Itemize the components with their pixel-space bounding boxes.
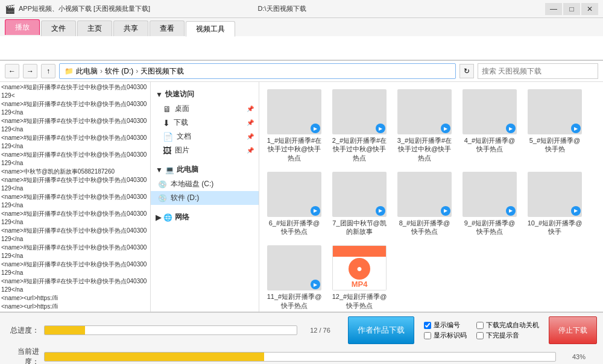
sidebar-quick-access-header[interactable]: ▼ 快速访问: [151, 87, 259, 102]
current-progress-fill: [45, 353, 264, 361]
title-bar-path: D:\天图视频下载: [258, 4, 494, 13]
grid-item[interactable]: ▶ 9_#短剧开播季@快手热点: [459, 169, 520, 239]
sidebar-network-header[interactable]: ▶ 🌐 网络: [151, 210, 259, 225]
pictures-icon: 🖼: [163, 146, 171, 155]
play-badge: ▶: [441, 124, 450, 133]
grid-item[interactable]: ▶ 6_#短剧开播季@快手热点: [264, 169, 324, 239]
play-badge: ▶: [506, 124, 516, 133]
auto-shutdown-checkbox[interactable]: [476, 322, 484, 329]
grid-items: ▶ 1_#短剧开播季#在快手过中秋@快手热点 ▶ 2_#短剧开播季#在快手过中秋…: [264, 87, 598, 312]
sidebar-this-pc-header[interactable]: ▼ 💻 此电脑: [151, 162, 259, 177]
up-button[interactable]: ↑: [41, 64, 55, 78]
grid-item-label: 4_#短剧开播季@快手热点: [462, 136, 517, 154]
show-number-label: 显示编号: [434, 321, 460, 330]
total-progress-bar: [44, 325, 297, 335]
breadcrumb-pc[interactable]: 此电脑: [76, 66, 98, 77]
stop-download-button[interactable]: 停止下载: [549, 316, 597, 344]
tab-video-tools[interactable]: 视频工具: [186, 21, 235, 37]
downloads-icon: ⬇: [163, 118, 170, 128]
title-bar-title: APP短视频、小视频下载 [天图视频批量下载]: [19, 4, 254, 13]
minimize-button[interactable]: —: [545, 3, 562, 15]
refresh-button[interactable]: ↻: [459, 64, 474, 78]
author-download-button[interactable]: 作者作品下载: [348, 316, 414, 344]
left-panel-line: <name>#短剧开播季#在快手过中秋@快手热点040300129</na: [1, 134, 149, 151]
sidebar-item-pictures[interactable]: 🖼 图片 📌: [151, 143, 259, 157]
total-progress-text: 12 / 76: [302, 327, 338, 334]
total-progress-row: 总进度： 12 / 76 作者作品下载 显示编号 显示标识码 下载完成自: [6, 316, 597, 344]
grid-item-label: 2_#短剧开播季#在快手过中秋@快手热点: [332, 136, 387, 162]
show-mark-label: 显示标识码: [434, 331, 467, 340]
breadcrumb-drive[interactable]: 软件 (D:): [105, 66, 133, 77]
tab-home[interactable]: 主页: [77, 20, 112, 36]
tab-play[interactable]: 播放: [5, 19, 40, 35]
maximize-button[interactable]: □: [563, 3, 580, 15]
grid-item[interactable]: ▶ 4_#短剧开播季@快手热点: [459, 87, 520, 165]
sidebar-item-documents[interactable]: 📄 文档 📌: [151, 130, 259, 143]
grid-item[interactable]: ▶ 8_#短剧开播季@快手热点: [394, 169, 455, 239]
left-panel-line: <name>#短剧开播季#在快手过中秋@快手热点040300129</na: [1, 243, 149, 260]
ribbon-content: [0, 36, 603, 60]
grid-item[interactable]: ▶ 11_#短剧开播季@快手热点: [264, 243, 324, 312]
tab-share[interactable]: 共享: [113, 20, 148, 36]
play-badge: ▶: [571, 206, 581, 216]
video-thumb: ▶: [528, 172, 582, 217]
left-panel-line: <name><url>https://li: [1, 303, 149, 311]
software-disk-icon: 💿: [158, 194, 167, 202]
bottom-panel: 总进度： 12 / 76 作者作品下载 显示编号 显示标识码 下载完成自: [0, 312, 603, 364]
sound-checkbox-row[interactable]: 下完提示音: [476, 331, 539, 340]
sound-checkbox[interactable]: [476, 332, 484, 339]
sidebar-item-downloads[interactable]: ⬇ 下载 📌: [151, 116, 259, 130]
show-number-checkbox-row[interactable]: 显示编号: [424, 321, 467, 330]
video-thumb: ▶: [332, 172, 387, 217]
auto-shutdown-label: 下载完成自动关机: [486, 321, 539, 330]
left-panel-line: <name>#短剧开播季#在快手过中秋@快手热点040300129</na: [1, 100, 149, 117]
grid-item[interactable]: ▶ 10_#短剧开播季@快手: [525, 169, 585, 239]
play-badge: ▶: [376, 206, 385, 216]
grid-item[interactable]: ▶ 2_#短剧开播季#在快手过中秋@快手热点: [329, 87, 390, 165]
address-bar: ← → ↑ 📁 此电脑 › 软件 (D:) › 天图视频下载 ↻: [0, 61, 603, 82]
left-panel-line: <name>#短剧开播季#在快手过中秋@快手热点040300129</na: [1, 117, 149, 134]
tab-view[interactable]: 查看: [150, 20, 185, 36]
play-badge: ▶: [311, 280, 320, 289]
file-grid: ▶ 1_#短剧开播季#在快手过中秋@快手热点 ▶ 2_#短剧开播季#在快手过中秋…: [259, 82, 603, 312]
current-progress-text: 43%: [561, 353, 597, 360]
grid-item[interactable]: ▶ 5_#短剧开播季@快手热: [525, 87, 585, 165]
grid-item-label: 1_#短剧开播季#在快手过中秋@快手热点: [267, 136, 322, 162]
breadcrumb-folder[interactable]: 天图视频下载: [140, 66, 184, 77]
sidebar-network-section: ▶ 🌐 网络: [151, 210, 259, 225]
video-thumb: ▶: [463, 89, 517, 134]
grid-item-label: 9_#短剧开播季@快手热点: [462, 219, 517, 236]
play-badge: ▶: [571, 124, 581, 133]
auto-shutdown-checkbox-row[interactable]: 下载完成自动关机: [476, 321, 539, 330]
grid-item[interactable]: ● MP4 12_#短剧开播季@快手热点: [329, 243, 390, 312]
breadcrumb: 📁 此电脑 › 软件 (D:) › 天图视频下载: [59, 63, 456, 79]
grid-item[interactable]: ▶ 3_#短剧开播季#在快手过中秋@快手热点: [394, 87, 455, 165]
sidebar-software-disk[interactable]: 💿 软件 (D:): [151, 191, 259, 205]
tab-file[interactable]: 文件: [41, 20, 76, 36]
window-controls: — □ ✕: [545, 3, 598, 15]
grid-item[interactable]: ▶ 1_#短剧开播季#在快手过中秋@快手热点: [264, 87, 324, 165]
local-disk-icon: 💿: [158, 180, 167, 189]
grid-item-label: 8_#短剧开播季@快手热点: [397, 219, 452, 236]
show-number-checkbox[interactable]: [424, 322, 431, 329]
sidebar-local-disk[interactable]: 💿 本地磁盘 (C:): [151, 177, 259, 191]
documents-icon: 📄: [163, 132, 173, 142]
grid-item-label: 12_#短剧开播季@快手热点: [332, 292, 387, 310]
video-thumb: ▶: [267, 89, 321, 134]
grid-item-label: 6_#短剧开播季@快手热点: [267, 219, 322, 236]
left-text-panel: <name>#短剧开播季#在快手过中秋@快手热点040300129<<name>…: [0, 82, 151, 312]
show-mark-checkbox[interactable]: [424, 332, 431, 339]
close-button[interactable]: ✕: [581, 3, 598, 15]
search-input[interactable]: [478, 63, 598, 79]
main-layout: <name>#短剧开播季#在快手过中秋@快手热点040300129<<name>…: [0, 82, 603, 312]
video-thumb: ▶: [397, 89, 452, 134]
forward-button[interactable]: →: [23, 64, 37, 78]
sidebar-item-desktop[interactable]: 🖥 桌面 📌: [151, 102, 259, 116]
left-panel-line: <name><url>https://li: [1, 294, 149, 303]
left-panel-line: <name>#短剧开播季#在快手过中秋@快手热点040300129</na: [1, 227, 149, 243]
sidebar-quick-access-section: ▼ 快速访问 🖥 桌面 📌 ⬇ 下载 📌 📄 文档 📌: [151, 87, 259, 157]
back-button[interactable]: ←: [5, 64, 19, 78]
show-mark-checkbox-row[interactable]: 显示标识码: [424, 331, 467, 340]
grid-item[interactable]: ▶ 7_团圆中秋节@凯的新故事: [329, 169, 390, 239]
app-icon: 🎬: [5, 4, 15, 14]
